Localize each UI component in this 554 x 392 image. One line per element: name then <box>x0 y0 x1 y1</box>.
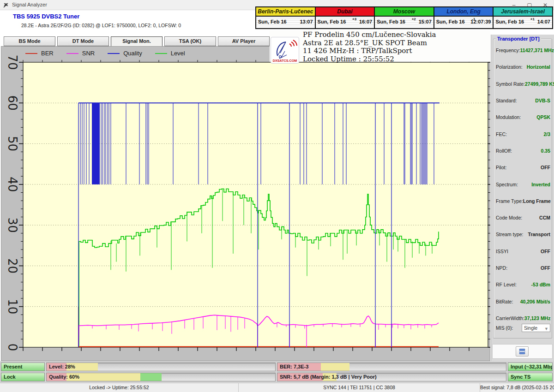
world-clocks: Berlin-Paris-LučenecSun, Feb 1613:07Duba… <box>255 6 553 29</box>
transponder-row-label: NPD: <box>496 265 507 271</box>
status-uptime: Locked -> Uptime: 25:55:52 <box>0 383 239 392</box>
clock-date: Sun, Feb 16 <box>436 19 465 24</box>
status-sync-counters: SYNC 144 | TEI 11751 | CC 3808 <box>239 383 480 392</box>
status-bar: Locked -> Uptime: 25:55:52 SYNC 144 | TE… <box>0 383 554 392</box>
clock-0: Berlin-Paris-LučenecSun, Feb 1613:07 <box>256 7 316 28</box>
progress-bar: Level: 28% <box>46 362 276 371</box>
progress-label: SNR: 5,7 dB (Margin: 1,3 dB | Very Poor) <box>280 374 377 380</box>
tuner-subtitle: 28.2E - Astra 2E/2F/2G (ID: 0282) @ LOF1… <box>21 23 181 28</box>
transponder-row: Frame Type:Long Frame <box>496 198 550 204</box>
stream-stack-icon <box>519 348 525 355</box>
transponder-row-label: Symbol Rate: <box>496 81 525 87</box>
info-line-3: 11 426 MHz-H : TRP/TalkSport <box>303 47 492 55</box>
transponder-row: BitRate:40,206 Mbit/s <box>496 298 550 305</box>
mode-button-bs-mode[interactable]: BS Mode <box>4 36 55 46</box>
transponder-row: Code Mode:CCM <box>496 214 550 221</box>
legend-item-snr: SNR <box>66 50 95 57</box>
status-best-signal: Best signal: 7,8 dB (2025-02-15 20:23) <box>480 383 554 392</box>
mis-selected-value: Single <box>524 325 537 331</box>
clock-city: Moscow <box>375 7 434 17</box>
y-axis-label-0: 0 <box>6 344 19 351</box>
transponder-row-label: Frequency: <box>496 48 520 53</box>
transponder-row-value: QPSK <box>536 114 550 120</box>
legend-item-quality: Quality <box>108 50 142 57</box>
clock-utc-offset: +1 <box>530 17 535 21</box>
mode-button-av-player[interactable]: AV Player <box>218 36 270 46</box>
legend-item-ber: BER <box>25 50 54 57</box>
y-axis-label-10: 10 <box>6 299 19 314</box>
y-axis-label-50: 50 <box>6 136 19 151</box>
status-tag-lock: Lock <box>1 373 45 381</box>
antenna-info-text: PF Prodelin 450 cm/Lučenec-Slovakia Astr… <box>303 31 492 63</box>
clock-city: Dubai <box>316 7 374 17</box>
legend-dash <box>108 53 120 54</box>
transponder-row: RF Level:-53 dBm <box>496 281 550 288</box>
info-line-2: Astra 2E at 28.5°E_UK SPOT Beam <box>303 39 492 48</box>
logo-text: DXSATCS.COM <box>273 59 297 63</box>
transponder-row-label: Pilot: <box>496 165 506 170</box>
mode-button-dt-mode[interactable]: DT Mode <box>57 36 109 46</box>
transponder-row-label: ISSYI <box>496 249 508 254</box>
clock-date: Sun, Feb 16 <box>318 19 346 24</box>
transponder-row-label: Polarization: <box>496 64 523 70</box>
clock-time-row: Sun, Feb 16+316:07 <box>316 17 374 28</box>
progress-fill <box>321 363 349 371</box>
transponder-row-value: OFF <box>541 165 550 170</box>
transponder-row-value: OFF <box>541 249 550 254</box>
clock-time-row: Sun, Feb 16-112:07:39 <box>434 17 493 28</box>
transponder-row: Spectrum:Inverted <box>496 181 550 188</box>
transponder-row-label: Modulation: <box>496 114 521 120</box>
mode-button-signal-mon-[interactable]: Signal Mon. <box>111 36 163 47</box>
transponder-row-value: Horizontal <box>527 64 550 70</box>
legend-label: SNR <box>82 50 95 57</box>
transponder-row-label: RollOff: <box>496 148 512 154</box>
mode-button-tsa-ok-[interactable]: TSA (OK) <box>164 36 216 46</box>
mode-button-bar: BS ModeDT ModeSignal Mon.TSA (OK)AV Play… <box>4 36 270 47</box>
transponder-row-value: DVB-S <box>535 98 550 103</box>
transponder-row-label: Frame Type: <box>496 198 523 204</box>
clock-3: London, EngSun, Feb 16-112:07:39 <box>434 7 494 28</box>
tuner-title: TBS 5925 DVBS2 Tuner <box>13 13 79 20</box>
clock-date: Sun, Feb 16 <box>258 19 287 24</box>
transponder-row-label: Spectrum: <box>496 182 518 187</box>
y-axis-label-40: 40 <box>6 177 19 192</box>
transponder-row-value: 40,206 Mbit/s <box>520 299 550 304</box>
transponder-row-value: 11427,371 MHz <box>520 48 554 53</box>
status-row-lock: LockQuality: 60%SNR: 5,7 dB (Margin: 1,3… <box>0 373 554 381</box>
status-tag-right: Input (~32,31 Mbps) <box>508 362 553 371</box>
clock-time: 12:07:39 <box>470 19 491 24</box>
transponder-groupbox-title: Transponder [DT] <box>496 36 541 42</box>
app-icon <box>3 2 9 8</box>
y-axis-label-20: 20 <box>6 258 19 273</box>
transponder-row-label: BitRate: <box>496 299 513 304</box>
clock-time: 14:07 <box>537 19 550 24</box>
clock-time: 15:07 <box>419 19 432 24</box>
status-row-present: PresentLevel: 28%BER: 7,3E-3Input (~32,3… <box>0 362 554 371</box>
clock-time: 16:07 <box>359 19 372 24</box>
legend-item-level: Level <box>155 50 185 57</box>
clock-date: Sun, Feb 16 <box>377 19 405 24</box>
legend-dash <box>66 53 78 54</box>
mis-dropdown[interactable]: Single ▼ <box>522 324 550 332</box>
dxsatcs-logo: DXSATCS.COM <box>271 37 299 64</box>
legend-label: Level <box>171 50 185 57</box>
legend-dash <box>155 53 167 54</box>
y-axis-label-60: 60 <box>6 95 19 111</box>
clock-2: MoscowSun, Feb 16+215:07 <box>375 7 434 28</box>
clock-city: London, Eng <box>434 7 493 17</box>
clock-city: Berlin-Paris-Lučenec <box>256 7 315 17</box>
progress-bar: Quality: 60% <box>46 373 276 381</box>
status-tag-right: Sync TS <box>508 373 553 381</box>
info-line-4: Locked Uptime : 25:55:52 <box>303 55 492 64</box>
signal-chart[interactable]: 010203040506070 <box>0 46 490 361</box>
progress-bar: SNR: 5,7 dB (Margin: 1,3 dB | Very Poor) <box>277 373 506 381</box>
status-tag-present: Present <box>1 362 45 371</box>
transponder-row: Stream type:Transport <box>496 231 550 238</box>
clock-date: Sun, Feb 16 <box>495 19 524 24</box>
y-axis-label-30: 30 <box>6 218 19 233</box>
transponder-row-label: Code Mode: <box>496 215 522 220</box>
progress-label: Quality: 60% <box>49 374 79 380</box>
legend-dash <box>25 53 37 54</box>
transponder-row-value: 27499,789 KS/s <box>525 81 554 87</box>
transponder-row-value: CCM <box>539 215 550 220</box>
